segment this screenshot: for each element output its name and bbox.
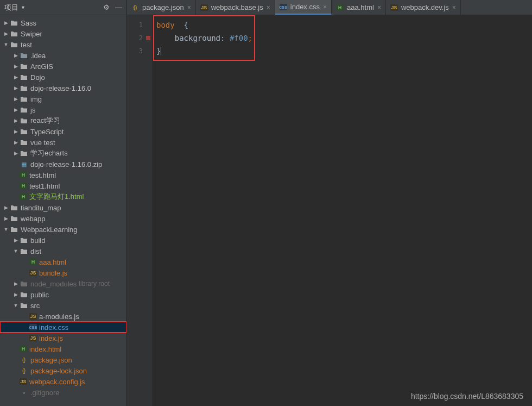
tree-row[interactable]: Hindex.html <box>0 343 126 354</box>
line-number[interactable]: 3 <box>127 45 153 58</box>
chevron-down-icon[interactable]: ▼ <box>13 303 18 308</box>
chevron-right-icon[interactable]: ▶ <box>13 129 18 134</box>
tree-row[interactable]: ▶Sass <box>0 17 126 28</box>
token-semi: ; <box>248 34 252 42</box>
tree-row[interactable]: Htest.html <box>0 170 126 180</box>
close-icon[interactable]: × <box>452 4 456 11</box>
tab-label: aaa.html <box>347 3 374 11</box>
close-icon[interactable]: × <box>267 4 270 11</box>
tree-row[interactable]: ▶Swiper <box>0 28 126 39</box>
chevron-right-icon[interactable]: ▶ <box>13 107 18 113</box>
tree-row[interactable]: H文字跑马灯1.html <box>0 191 126 202</box>
editor-tab[interactable]: JSwebpack.dev.js× <box>386 0 461 15</box>
chevron-right-icon[interactable]: ▶ <box>3 205 9 210</box>
chevron-down-icon[interactable]: ▼ <box>3 42 9 47</box>
editor-tab[interactable]: {}package.json× <box>127 0 196 15</box>
chevron-right-icon[interactable]: ▶ <box>13 64 18 69</box>
tree-item-label: 学习echarts <box>30 148 68 158</box>
code-line[interactable]: } <box>156 45 532 58</box>
tree-item-label: src <box>30 302 40 310</box>
line-number[interactable]: 2 <box>127 32 153 45</box>
js-file-icon: JS <box>29 270 37 276</box>
code-line[interactable]: background: #f00; <box>156 32 532 45</box>
tree-row[interactable]: ▼src <box>0 300 126 311</box>
tree-row[interactable]: ▶.idea <box>0 50 126 61</box>
chevron-right-icon[interactable]: ▶ <box>3 216 9 221</box>
chevron-right-icon[interactable]: ▶ <box>13 74 18 80</box>
code-area[interactable]: body { background: #f00;} <box>153 15 532 406</box>
tree-row[interactable]: JSindex.js <box>0 333 126 343</box>
tree-row[interactable]: {}package.json <box>0 354 126 365</box>
code-editor[interactable]: 123 body { background: #f00;} https://bl… <box>127 15 532 406</box>
tree-row[interactable]: ▶tianditu_map <box>0 202 126 213</box>
tree-item-label: .gitignore <box>30 389 59 397</box>
tree-row[interactable]: ▦dojo-release-1.16.0.zip <box>0 159 126 170</box>
tree-row[interactable]: ▶ArcGIS <box>0 61 126 72</box>
tree-row[interactable]: ▶学习echarts <box>0 148 126 159</box>
tree-item-label: webapp <box>21 215 46 223</box>
tree-item-label: vue test <box>30 139 55 147</box>
close-icon[interactable]: × <box>377 4 381 11</box>
code-line[interactable]: body { <box>156 18 532 32</box>
folder-icon <box>20 247 28 255</box>
chevron-right-icon[interactable]: ▶ <box>13 151 18 156</box>
tree-row[interactable]: ▶vue test <box>0 137 126 148</box>
collapse-icon[interactable]: — <box>115 3 122 11</box>
tree-row[interactable]: JSwebpack.config.js <box>0 376 126 387</box>
tree-row[interactable]: ▶dojo-release-1.16.0 <box>0 83 126 93</box>
tree-row[interactable]: ▶js <box>0 104 126 115</box>
chevron-right-icon[interactable]: ▶ <box>13 85 18 91</box>
chevron-right-icon[interactable]: ▶ <box>13 53 18 58</box>
folder-icon <box>20 95 28 103</box>
file-icon: ▫ <box>20 388 28 397</box>
chevron-right-icon[interactable]: ▶ <box>13 118 18 123</box>
tree-row[interactable]: ▶TypeScript <box>0 126 126 137</box>
tree-row[interactable]: cssindex.css <box>0 322 126 333</box>
chevron-right-icon[interactable]: ▶ <box>13 140 18 145</box>
chevron-down-icon[interactable]: ▼ <box>3 227 9 232</box>
tree-item-label: index.css <box>39 323 68 332</box>
close-icon[interactable]: × <box>187 4 191 11</box>
breakpoint-icon[interactable] <box>146 36 150 40</box>
tree-row[interactable]: ▼test <box>0 39 126 50</box>
tree-row[interactable]: ▶node_moduleslibrary root <box>0 278 126 289</box>
gear-icon[interactable]: ⚙ <box>103 3 110 11</box>
tree-row[interactable]: ▶react学习 <box>0 115 126 126</box>
tree-row[interactable]: {}package-lock.json <box>0 365 126 376</box>
tree-row[interactable]: Haaa.html <box>0 257 126 267</box>
tree-row[interactable]: ▫.gitignore <box>0 387 126 398</box>
close-icon[interactable]: × <box>323 3 327 11</box>
line-number[interactable]: 1 <box>127 18 153 32</box>
chevron-right-icon[interactable]: ▶ <box>3 20 9 26</box>
tree-row[interactable]: ▼WebpackLearning <box>0 224 126 235</box>
tree-row[interactable]: Htest1.html <box>0 180 126 191</box>
html-file-icon: H <box>20 346 27 352</box>
tree-item-label: react学习 <box>30 116 60 126</box>
tree-row[interactable]: ▶webapp <box>0 213 126 224</box>
chevron-right-icon[interactable]: ▶ <box>13 96 18 102</box>
json-file-icon: {} <box>131 4 139 11</box>
js-file-icon: JS <box>29 313 37 320</box>
token-sel: body <box>156 21 184 29</box>
tree-row[interactable]: JSa-modules.js <box>0 311 126 322</box>
tree-item-label: .idea <box>30 52 46 60</box>
editor-tab[interactable]: cssindex.css× <box>275 0 332 15</box>
editor-tab[interactable]: JSwebpack.base.js× <box>196 0 275 15</box>
tab-label: package.json <box>142 3 184 11</box>
chevron-down-icon[interactable]: ▼ <box>13 248 18 254</box>
editor-tab[interactable]: Haaa.html× <box>332 0 386 15</box>
sidebar-title[interactable]: 项目 ▼ <box>4 3 26 13</box>
tree-row[interactable]: JSbundle.js <box>0 267 126 278</box>
chevron-right-icon[interactable]: ▶ <box>3 31 9 36</box>
tree-row[interactable]: ▶public <box>0 289 126 300</box>
tree-row[interactable]: ▶img <box>0 93 126 104</box>
tree-row[interactable]: ▶build <box>0 235 126 246</box>
chevron-right-icon[interactable]: ▶ <box>13 281 18 286</box>
tree-row[interactable]: ▼dist <box>0 246 126 257</box>
tree-row[interactable]: ▶Dojo <box>0 72 126 83</box>
chevron-right-icon[interactable]: ▶ <box>13 292 18 297</box>
tree-item-label: webpack.config.js <box>29 378 85 386</box>
tree-item-label: 文字跑马灯1.html <box>29 192 84 202</box>
chevron-right-icon[interactable]: ▶ <box>13 238 18 243</box>
project-tree[interactable]: ▶Sass▶Swiper▼test▶.idea▶ArcGIS▶Dojo▶dojo… <box>0 15 126 406</box>
